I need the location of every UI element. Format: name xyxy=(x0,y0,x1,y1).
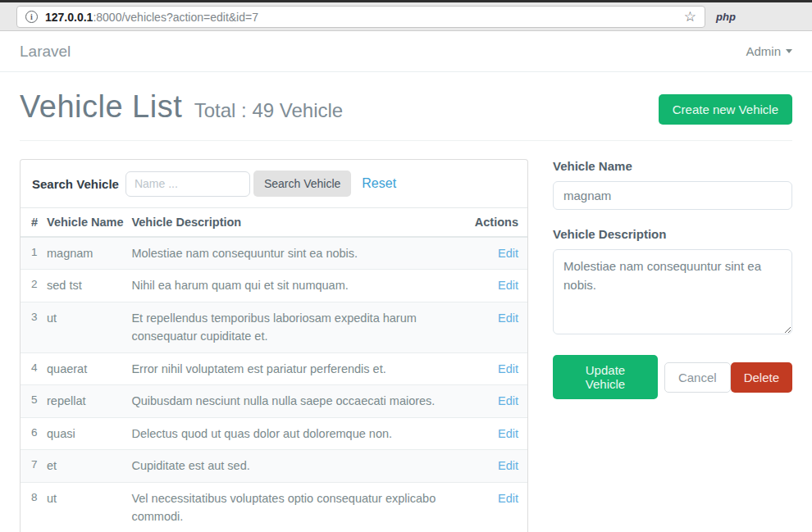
vehicle-name-cell: repellat xyxy=(47,385,131,417)
page-info-icon[interactable]: i xyxy=(25,11,38,23)
row-number: 8 xyxy=(21,482,47,532)
vehicle-name-cell: magnam xyxy=(47,237,131,270)
search-label: Search Vehicle xyxy=(32,177,119,191)
edit-link[interactable]: Edit xyxy=(498,492,518,505)
col-header-name: Vehicle Name xyxy=(47,208,131,238)
vehicle-name-cell: ut xyxy=(47,482,131,532)
form-buttons: Update Vehicle Cancel Delete xyxy=(553,355,792,399)
edit-link[interactable]: Edit xyxy=(498,247,518,260)
row-number: 5 xyxy=(21,385,47,417)
search-input[interactable] xyxy=(125,171,250,197)
vehicle-name-label: Vehicle Name xyxy=(553,159,792,173)
brand-logo[interactable]: Laravel xyxy=(20,43,71,61)
col-header-number: # xyxy=(21,208,47,238)
edit-link[interactable]: Edit xyxy=(498,459,518,472)
page-title: Vehicle List xyxy=(20,89,182,124)
row-number: 6 xyxy=(21,417,47,449)
vehicle-name-cell: ut xyxy=(47,302,131,352)
url-host: 127.0.0.1 xyxy=(45,11,93,24)
vehicle-description-cell: Et repellendus temporibus laboriosam exp… xyxy=(131,302,474,352)
url-path: :8000/vehicles?action=edit&id=7 xyxy=(93,11,258,24)
url-text[interactable]: 127.0.0.1:8000/vehicles?action=edit&id=7 xyxy=(45,11,677,24)
chevron-down-icon xyxy=(786,49,792,53)
vehicle-table: # Vehicle Name Vehicle Description Actio… xyxy=(21,207,527,532)
vehicle-description-cell: Delectus quod ut quas dolor aut doloremq… xyxy=(131,417,474,449)
col-header-actions: Actions xyxy=(475,208,527,238)
row-number: 3 xyxy=(21,302,47,352)
edit-vehicle-form: Vehicle Name Vehicle Description Molesti… xyxy=(553,159,792,399)
vehicle-description-textarea[interactable]: Molestiae nam consequuntur sint ea nobis… xyxy=(553,249,792,334)
vehicle-name-cell: quasi xyxy=(47,417,131,449)
browser-chrome: i 127.0.0.1:8000/vehicles?action=edit&id… xyxy=(0,0,812,31)
vehicle-description-cell: Vel necessitatibus voluptates optio cons… xyxy=(131,482,474,532)
table-row: 4quaeratError nihil voluptatem est paria… xyxy=(21,352,527,384)
search-button[interactable]: Search Vehicle xyxy=(253,171,351,197)
edit-link[interactable]: Edit xyxy=(498,279,518,292)
vehicle-name-cell: quaerat xyxy=(47,352,131,384)
edit-link[interactable]: Edit xyxy=(498,394,518,407)
row-number: 4 xyxy=(21,352,47,384)
browser-address-bar[interactable]: i 127.0.0.1:8000/vehicles?action=edit&id… xyxy=(16,6,705,28)
user-dropdown[interactable]: Admin xyxy=(746,44,792,58)
vehicle-name-input[interactable] xyxy=(553,181,792,210)
vehicle-name-cell: sed tst xyxy=(47,270,131,302)
vehicle-description-label: Vehicle Description xyxy=(553,227,792,241)
table-header-row: # Vehicle Name Vehicle Description Actio… xyxy=(21,208,527,238)
table-row: 3utEt repellendus temporibus laboriosam … xyxy=(21,302,527,352)
search-bar: Search Vehicle Search Vehicle Reset xyxy=(21,160,527,207)
navbar: Laravel Admin xyxy=(0,31,812,72)
vehicle-table-body: 1magnamMolestiae nam consequuntur sint e… xyxy=(21,237,527,532)
vehicle-name-cell: et xyxy=(47,450,131,482)
user-dropdown-label: Admin xyxy=(746,44,781,58)
create-vehicle-button[interactable]: Create new Vehicle xyxy=(659,94,792,125)
vehicle-description-cell: Error nihil voluptatem est pariatur perf… xyxy=(131,352,474,384)
row-number: 2 xyxy=(21,270,47,302)
page-header: Vehicle List Total : 49 Vehicle Create n… xyxy=(20,72,792,125)
table-row: 2sed tstNihil ea harum quam qui et sit n… xyxy=(21,270,527,302)
table-row: 6quasiDelectus quod ut quas dolor aut do… xyxy=(21,417,527,449)
vehicle-list-panel: Search Vehicle Search Vehicle Reset # Ve… xyxy=(20,159,528,532)
row-number: 7 xyxy=(21,450,47,482)
total-count-label: Total : 49 Vehicle xyxy=(194,99,343,121)
cancel-button[interactable]: Cancel xyxy=(664,362,731,393)
table-row: 8utVel necessitatibus voluptates optio c… xyxy=(21,482,527,532)
edit-link[interactable]: Edit xyxy=(498,427,518,440)
col-header-description: Vehicle Description xyxy=(131,208,474,238)
table-row: 7etCupiditate est aut sed.Edit xyxy=(21,450,527,482)
php-extension-badge[interactable]: php xyxy=(716,11,736,23)
header-divider xyxy=(20,140,792,141)
vehicle-description-cell: Cupiditate est aut sed. xyxy=(131,450,474,482)
table-row: 5repellatQuibusdam nesciunt nulla nulla … xyxy=(21,385,527,417)
row-number: 1 xyxy=(21,237,47,270)
table-row: 1magnamMolestiae nam consequuntur sint e… xyxy=(21,237,527,270)
reset-link[interactable]: Reset xyxy=(362,176,396,191)
update-vehicle-button[interactable]: Update Vehicle xyxy=(553,355,658,399)
vehicle-description-cell: Quibusdam nesciunt nulla nulla saepe occ… xyxy=(131,385,474,417)
bookmark-star-icon[interactable]: ☆ xyxy=(684,8,696,25)
vehicle-description-cell: Molestiae nam consequuntur sint ea nobis… xyxy=(131,237,474,270)
edit-link[interactable]: Edit xyxy=(498,311,518,325)
delete-button[interactable]: Delete xyxy=(731,362,792,393)
edit-link[interactable]: Edit xyxy=(498,362,518,375)
vehicle-description-cell: Nihil ea harum quam qui et sit numquam. xyxy=(131,270,474,302)
